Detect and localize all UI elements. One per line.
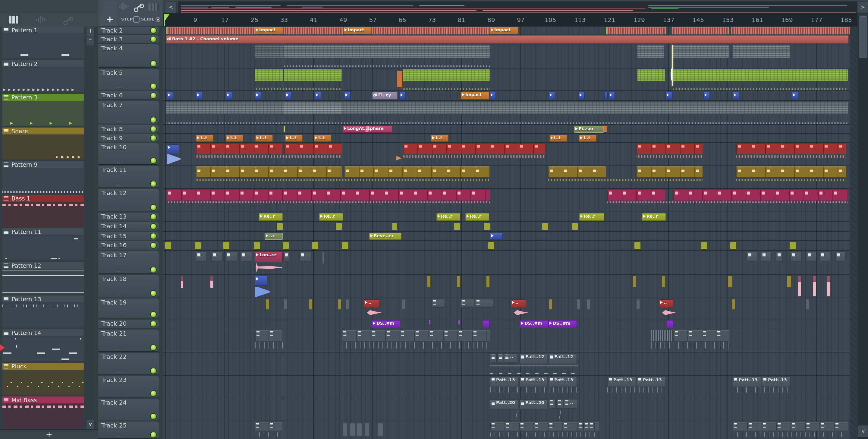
clip-impact[interactable]: Impact (490, 27, 518, 34)
clip-pat[interactable] (196, 252, 207, 261)
track-header[interactable]: Track 5... (98, 69, 159, 90)
track-header[interactable]: Track 11... (98, 166, 159, 187)
clip-wave17[interactable]: Lon..re (255, 252, 283, 262)
clip-thin[interactable] (728, 276, 732, 287)
pattern-item-header[interactable]: Bass 1 (2, 195, 84, 202)
clip-notes[interactable] (403, 69, 490, 81)
clip-mini[interactable] (312, 242, 318, 249)
clip-auto[interactable]: Bass 1 #2 - Channel volume (166, 36, 848, 43)
pattern-item-header[interactable]: Pattern 14 (2, 329, 84, 336)
clip-patl[interactable]: Patt..20 (490, 400, 518, 410)
clip-patl[interactable]: Patt..13 (607, 377, 636, 387)
clip-thin[interactable] (338, 299, 341, 310)
clip-vticks[interactable] (490, 432, 598, 437)
step-toggle[interactable] (133, 16, 140, 23)
clip-pstreak[interactable] (181, 276, 183, 288)
clip-plabel[interactable]: DS..#m (520, 320, 548, 328)
clip-thin[interactable] (402, 299, 405, 310)
clip-pat[interactable] (497, 353, 503, 363)
clip-pstreak2[interactable] (827, 276, 830, 296)
clip-pat[interactable] (283, 252, 289, 261)
clip-thin[interactable] (309, 299, 312, 310)
clip-thin[interactable] (458, 320, 460, 324)
track-header[interactable]: Track 18... (98, 275, 159, 297)
pattern-item-header[interactable]: Pattern 9 (2, 161, 84, 168)
clip-notes[interactable] (284, 45, 490, 58)
track-mute-led[interactable] (151, 36, 156, 42)
pattern-preview[interactable] (2, 404, 84, 429)
clip-striped[interactable] (672, 27, 729, 34)
clip-blue[interactable] (344, 92, 350, 99)
clip-redlabel[interactable]: .. (364, 299, 380, 308)
track-mute-led[interactable] (151, 28, 156, 33)
clip-notes[interactable] (638, 45, 664, 58)
clip-pat[interactable] (461, 299, 474, 308)
track-header[interactable]: Track 22... (98, 353, 159, 375)
track-mute-led[interactable] (151, 224, 156, 229)
track-header[interactable]: Track 21... (98, 329, 159, 351)
clip-striped[interactable] (606, 27, 666, 34)
scroll-down-button[interactable]: v (858, 425, 868, 437)
clip-notes[interactable] (672, 45, 729, 58)
clip-patrun[interactable] (578, 422, 599, 431)
pattern-item[interactable]: Pattern 14 (2, 329, 84, 361)
clip-patrun[interactable] (196, 144, 282, 154)
clip-mini[interactable] (572, 223, 578, 230)
clip-pat[interactable] (475, 299, 493, 308)
clip-blue[interactable] (704, 92, 710, 99)
clip-sparse[interactable] (490, 411, 578, 418)
clip-ticks[interactable] (548, 179, 703, 181)
clip-pat[interactable] (790, 252, 802, 261)
clip-vticks[interactable] (255, 342, 283, 349)
scroll-right-button[interactable]: > (857, 1, 868, 13)
audio-tool-icon[interactable] (118, 2, 130, 10)
clip-patrun[interactable] (736, 167, 846, 177)
song-overview-scrollbar[interactable] (178, 1, 857, 13)
pattern-item[interactable]: Bass 1 (2, 195, 84, 227)
clip-btri[interactable] (167, 154, 181, 164)
pattern-item[interactable]: Pluck (2, 363, 84, 395)
clip-mini[interactable] (336, 223, 342, 230)
clip-mini[interactable] (397, 71, 402, 87)
clip-plabel[interactable]: DS..#m (372, 320, 400, 328)
clip-striped[interactable] (731, 27, 849, 34)
clip-patrun[interactable] (637, 167, 703, 177)
clip-thin[interactable] (266, 299, 269, 310)
clip-rel[interactable]: Re..r (579, 213, 604, 221)
track-mute-led[interactable] (151, 312, 156, 317)
pattern-item[interactable]: Pattern 13 (2, 295, 84, 328)
clip-mini[interactable] (488, 242, 494, 249)
track-header[interactable]: Track 2 (98, 27, 159, 34)
track-mute-led[interactable] (151, 84, 156, 89)
clip-impact[interactable]: Impact (343, 27, 372, 34)
clip-auto2[interactable]: Fi..cy (372, 92, 398, 99)
clip-pink8[interactable]: LongAt..sphere (343, 125, 392, 133)
clip-notes[interactable] (284, 69, 342, 81)
clip-vticks[interactable] (490, 387, 577, 392)
clip-mini[interactable] (701, 242, 707, 249)
track-mute-led[interactable] (151, 321, 156, 326)
pattern-item-header[interactable]: Pattern 2 (2, 60, 84, 67)
add-playlist-tab-button[interactable]: + (98, 1, 117, 26)
clip-thin[interactable] (427, 276, 430, 287)
track-options-dots[interactable]: ... (117, 181, 123, 187)
track-header[interactable]: Track 10... (98, 143, 159, 164)
track-header[interactable]: Track 15 (98, 232, 159, 240)
vertical-scrollbar-thumb[interactable] (859, 16, 867, 58)
track-options-dots[interactable]: ... (117, 312, 123, 318)
clip-pstreak2[interactable] (813, 276, 816, 296)
playback-start-marker[interactable] (164, 14, 170, 22)
clip-blue[interactable] (578, 92, 585, 99)
clip-pat[interactable] (431, 299, 445, 308)
track-header[interactable]: Track 20 (98, 320, 159, 328)
pattern-preview[interactable] (2, 303, 84, 327)
pattern-item-header[interactable]: Pattern 13 (2, 295, 84, 302)
clip-lens[interactable] (514, 310, 528, 316)
clip-patrun[interactable] (284, 144, 342, 154)
clip-thin[interactable] (806, 299, 809, 310)
track-mute-led[interactable] (151, 136, 156, 141)
track-options-dots[interactable]: ... (117, 368, 123, 374)
track-mute-led[interactable] (151, 345, 156, 350)
clip-ticks[interactable] (284, 65, 490, 67)
track-mute-led[interactable] (151, 243, 156, 248)
